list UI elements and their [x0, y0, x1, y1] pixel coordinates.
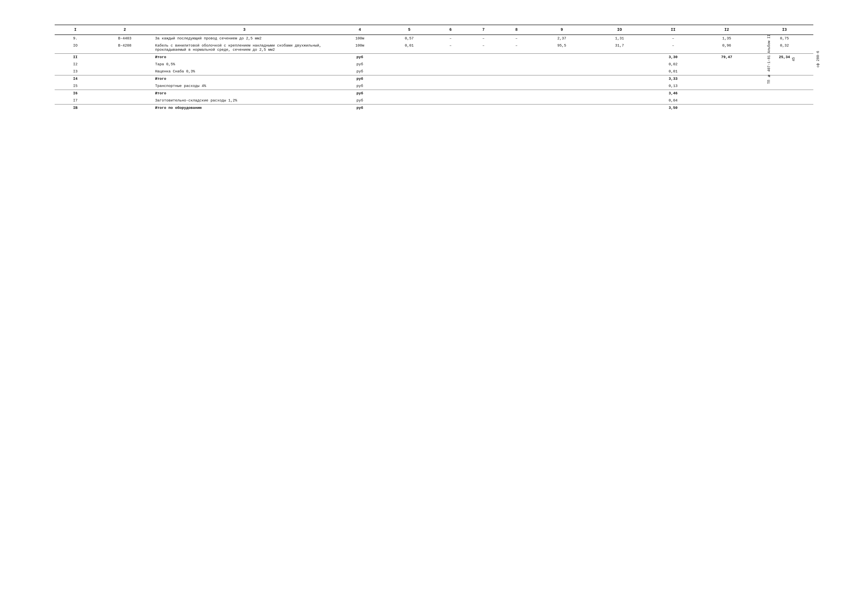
cell-row18-col8 [500, 104, 533, 112]
cell-row16-col5 [384, 90, 434, 97]
cell-row13-col3: Наценка Снаба 0,3% [154, 68, 335, 75]
cell-row15-col9 [533, 83, 591, 90]
cell-row16-col2 [96, 90, 153, 97]
cell-row12-col10 [591, 61, 648, 68]
cell-row17-col3: Заготовительно-складские расходы 1,2% [154, 97, 335, 104]
main-table: I 2 3 4 5 6 7 8 9 IO II I2 I3 9.В-4403За… [55, 25, 813, 112]
cell-row15-col5 [384, 83, 434, 90]
cell-row16-col10 [591, 90, 648, 97]
cell-row17-col13 [756, 97, 813, 104]
cell-row9-col8: – [500, 35, 533, 42]
cell-row11-col1: II [55, 54, 96, 61]
table-row: IBИтого по оборудованиюруб3,50 [55, 104, 813, 112]
cell-row10-col6: – [434, 42, 467, 54]
table-row: IOВ-4208Кабель с винилитовой оболочкой с… [55, 42, 813, 54]
cell-row12-col7 [467, 61, 500, 68]
cell-row13-col9 [533, 68, 591, 75]
cell-row11-col11: 3,30 [648, 54, 698, 61]
cell-row12-col12 [698, 61, 755, 68]
cell-row15-col1: I5 [55, 83, 96, 90]
cell-row12-col11: 0,02 [648, 61, 698, 68]
cell-row16-col4: руб [335, 90, 384, 97]
cell-row16-col9 [533, 90, 591, 97]
cell-row18-col7 [467, 104, 500, 112]
cell-row12-col2 [96, 61, 153, 68]
cell-row9-col9: 2,37 [533, 35, 591, 42]
cell-row17-col12 [698, 97, 755, 104]
cell-row14-col6 [434, 75, 467, 83]
cell-row17-col9 [533, 97, 591, 104]
cell-row14-col10 [591, 75, 648, 83]
cell-row15-col4: руб [335, 83, 384, 90]
table-row: I7Заготовительно-складские расходы 1,2%р… [55, 97, 813, 104]
cell-row14-col3: Итого [154, 75, 335, 83]
cell-row10-col3: Кабель с винилитовой оболочкой с креплен… [154, 42, 335, 54]
cell-row10-col8: – [500, 42, 533, 54]
cell-row16-col1: I6 [55, 90, 96, 97]
cell-row14-col8 [500, 75, 533, 83]
cell-row12-col3: Тара 0,5% [154, 61, 335, 68]
cell-row14-col9 [533, 75, 591, 83]
cell-row9-col1: 9. [55, 35, 96, 42]
cell-row12-col8 [500, 61, 533, 68]
table-row: IIИтогоруб3,3079,4725,34 [55, 54, 813, 61]
cell-row10-col9: 95,5 [533, 42, 591, 54]
cell-row13-col10 [591, 68, 648, 75]
cell-row17-col11: 0,04 [648, 97, 698, 104]
cell-row13-col1: I3 [55, 68, 96, 75]
cell-row10-col11: – [648, 42, 698, 54]
cell-row10-col10: 31,7 [591, 42, 648, 54]
side-top-text: ТП № 407-1-81 Альбом II [767, 35, 772, 84]
cell-row18-col3: Итого по оборудованию [154, 104, 335, 112]
cell-row16-col8 [500, 90, 533, 97]
cell-row15-col3: Транспортные расходы 4% [154, 83, 335, 90]
cell-row10-col12: 0,96 [698, 42, 755, 54]
header-col11: II [648, 25, 698, 35]
cell-row14-col2 [96, 75, 153, 83]
header-col1: I [55, 25, 96, 35]
cell-row11-col2 [96, 54, 153, 61]
cell-row18-col9 [533, 104, 591, 112]
cell-row9-col2: В-4403 [96, 35, 153, 42]
cell-row15-col12 [698, 83, 755, 90]
cell-row12-col6 [434, 61, 467, 68]
side-annotations: ТП № 407-1-81 Альбом II 45 сф 280-6 [767, 35, 821, 84]
cell-row15-col6 [434, 83, 467, 90]
header-row: I 2 3 4 5 6 7 8 9 IO II I2 I3 [55, 25, 813, 35]
cell-row17-col5 [384, 97, 434, 104]
cell-row14-col5 [384, 75, 434, 83]
cell-row11-col8 [500, 54, 533, 61]
cell-row18-col13 [756, 104, 813, 112]
cell-row15-col7 [467, 83, 500, 90]
header-col5: 5 [384, 25, 434, 35]
cell-row13-col5 [384, 68, 434, 75]
cell-row9-col3: За каждый последующий провод сечением до… [154, 35, 335, 42]
cell-row13-col7 [467, 68, 500, 75]
table-row: I4Итогоруб3,33 [55, 75, 813, 83]
cell-row17-col10 [591, 97, 648, 104]
table-row: I2Тара 0,5%руб0,02 [55, 61, 813, 68]
cell-row14-col7 [467, 75, 500, 83]
cell-row12-col9 [533, 61, 591, 68]
cell-row18-col5 [384, 104, 434, 112]
cell-row17-col2 [96, 97, 153, 104]
table-row: 9.В-4403За каждый последующий провод сеч… [55, 35, 813, 42]
cell-row16-col7 [467, 90, 500, 97]
cell-row11-col9 [533, 54, 591, 61]
cell-row9-col6: – [434, 35, 467, 42]
cell-row15-col11: 0,13 [648, 83, 698, 90]
side-number: 45 [791, 57, 796, 61]
page: I 2 3 4 5 6 7 8 9 IO II I2 I3 9.В-4403За… [40, 15, 828, 121]
cell-row16-col13 [756, 90, 813, 97]
cell-row11-col10 [591, 54, 648, 61]
cell-row11-col7 [467, 54, 500, 61]
cell-row17-col7 [467, 97, 500, 104]
cell-row10-col7: – [467, 42, 500, 54]
cell-row15-col2 [96, 83, 153, 90]
cell-row16-col6 [434, 90, 467, 97]
header-col2: 2 [96, 25, 153, 35]
cell-row15-col8 [500, 83, 533, 90]
cell-row18-col2 [96, 104, 153, 112]
cell-row11-col3: Итого [154, 54, 335, 61]
cell-row13-col6 [434, 68, 467, 75]
